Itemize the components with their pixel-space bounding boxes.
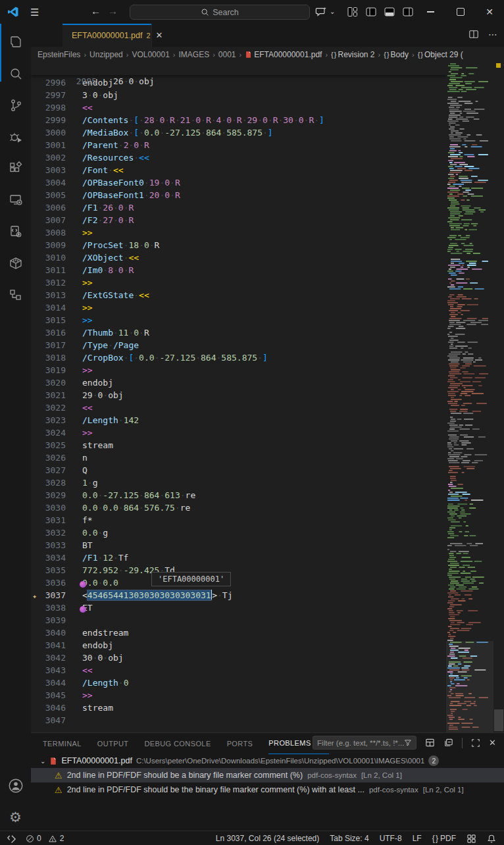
search-input[interactable]: Search bbox=[130, 5, 310, 20]
code-line[interactable]: 30300.0·0.0·864·576.75·re bbox=[31, 501, 190, 514]
code-line[interactable]: 3002/Resources·<< bbox=[31, 151, 149, 164]
code-line[interactable]: 3044/Length·0 bbox=[31, 677, 128, 689]
view-as-table-icon[interactable] bbox=[425, 738, 435, 748]
tab-size-status[interactable]: Tab Size: 4 bbox=[330, 834, 368, 843]
eol-status[interactable]: LF bbox=[413, 834, 422, 843]
code-line[interactable]: 3022<< bbox=[31, 401, 93, 414]
code-line[interactable]: 3011/Im0·8·0·R bbox=[31, 264, 134, 276]
code-line[interactable]: 3043<< bbox=[31, 664, 93, 677]
accounts-icon[interactable] bbox=[0, 773, 31, 799]
notifications-bell-icon[interactable] bbox=[487, 834, 496, 844]
panel-tab-debug-console[interactable]: DEBUG CONSOLE bbox=[144, 733, 211, 754]
close-window-button[interactable]: ✕ bbox=[475, 0, 504, 24]
breadcrumb-item[interactable]: { }Body bbox=[384, 50, 409, 59]
code-line[interactable]: 3005/OPBaseFont1·20·0·R bbox=[31, 189, 180, 201]
code-line[interactable]: 302129·0·obj bbox=[31, 389, 124, 401]
code-line[interactable]: 30290.0·-27.125·864·613·re bbox=[31, 489, 195, 501]
code-line[interactable]: 3025stream bbox=[31, 439, 113, 451]
code-action-sparkle-icon[interactable]: ✦ bbox=[32, 590, 41, 603]
maximize-panel-icon[interactable] bbox=[471, 738, 480, 748]
minimap[interactable] bbox=[446, 62, 493, 732]
code-line[interactable]: 3034/F1·12·Tf bbox=[31, 551, 128, 564]
code-line[interactable]: 3045>> bbox=[31, 689, 93, 702]
code-line[interactable]: 3018/CropBox·[·0.0·-27.125·864·585.875·] bbox=[31, 351, 268, 364]
breadcrumb-item[interactable]: IMAGES bbox=[178, 50, 209, 59]
code-line[interactable]: 2999/Contents·[·28·0·R·21·0·R·4·0·R·29·0… bbox=[31, 114, 324, 126]
code-line[interactable]: 30320.0·g bbox=[31, 526, 108, 539]
breadcrumb-item[interactable]: EFTA00000001.pdf bbox=[245, 50, 322, 59]
code-line[interactable]: 3046stream bbox=[31, 702, 113, 714]
chevron-down-icon[interactable]: ⌄ bbox=[330, 8, 341, 20]
code-line[interactable]: 3023/Length·142 bbox=[31, 414, 139, 426]
code-line[interactable]: 30281·g bbox=[31, 476, 97, 489]
panel-tab-ports[interactable]: PORTS bbox=[227, 733, 253, 754]
panel-tab-terminal[interactable]: TERMINAL bbox=[43, 733, 82, 754]
code-line[interactable]: 3024>> bbox=[31, 426, 93, 439]
run-debug-icon[interactable] bbox=[0, 124, 31, 150]
remote-indicator-icon[interactable] bbox=[7, 834, 16, 844]
forward-arrow-icon[interactable]: → bbox=[108, 5, 118, 16]
panel-tab-output[interactable]: OUTPUT bbox=[97, 733, 129, 754]
more-actions-icon[interactable]: ⋯ bbox=[488, 29, 497, 39]
menu-icon[interactable]: ☰ bbox=[30, 7, 39, 18]
problem-row[interactable]: ⚠2nd line in PDF/FDF should be a binary … bbox=[31, 768, 504, 782]
dev-container-config-icon[interactable] bbox=[0, 218, 31, 245]
code-line[interactable]: 3009/ProcSet·18·0·R bbox=[31, 239, 159, 251]
problem-row[interactable]: ⚠2nd line in PDF/FDF should be the binar… bbox=[31, 782, 504, 797]
code-line[interactable]: 3031f* bbox=[31, 514, 93, 526]
overview-ruler[interactable] bbox=[493, 62, 504, 732]
tab-close-icon[interactable]: ✕ bbox=[156, 30, 163, 40]
breadcrumb-item[interactable]: { }Revision 2 bbox=[331, 50, 374, 59]
code-line[interactable]: 3003/Font·<< bbox=[31, 164, 124, 176]
language-mode-status[interactable]: { } PDF bbox=[432, 834, 456, 843]
chevron-down-icon[interactable]: ⌄ bbox=[40, 757, 45, 765]
remote-explorer-icon[interactable] bbox=[0, 187, 31, 213]
code-line[interactable]: 3004/OPBaseFont0·19·0·R bbox=[31, 176, 180, 189]
problems-filter-input[interactable]: Filter (e.g. text, **/*.ts, !*... bbox=[313, 736, 416, 750]
code-line[interactable]: 3037<454654413030303030303031>·Tj✦ bbox=[31, 589, 232, 602]
editor[interactable]: 299526·0·obj2996endobj29973·0·obj2998<<2… bbox=[31, 62, 446, 732]
close-panel-icon[interactable]: ✕ bbox=[489, 738, 496, 748]
grid-status-icon[interactable] bbox=[466, 834, 476, 844]
code-line[interactable]: 3047 bbox=[31, 714, 82, 727]
breadcrumb-item[interactable]: Unzipped bbox=[89, 50, 123, 59]
copilot-chat-icon[interactable] bbox=[315, 6, 327, 18]
breadcrumb-item[interactable]: 0001 bbox=[218, 50, 236, 59]
encoding-status[interactable]: UTF-8 bbox=[380, 834, 402, 843]
code-line[interactable]: 304230·0·obj bbox=[31, 652, 124, 664]
split-editor-icon[interactable] bbox=[468, 29, 479, 39]
search-view-icon[interactable] bbox=[0, 61, 31, 87]
code-line[interactable]: 3007/F2·27·0·R bbox=[31, 214, 134, 226]
code-line[interactable]: 3027Q bbox=[31, 464, 88, 476]
toggle-secondary-sidebar-icon[interactable] bbox=[402, 6, 414, 18]
code-line[interactable]: 3001/Parent·2·0·R bbox=[31, 139, 149, 151]
code-line[interactable]: 3019>> bbox=[31, 364, 93, 376]
breadcrumb-item[interactable]: VOL00001 bbox=[132, 50, 169, 59]
code-line[interactable]: 3000/MediaBox·[·0.0·-27.125·864·585.875·… bbox=[31, 126, 273, 139]
code-line[interactable]: 3013/ExtGState·<< bbox=[31, 289, 149, 301]
collapse-all-icon[interactable] bbox=[443, 738, 453, 748]
tab-efta00000001-pdf[interactable]: EFTA00000001.pdf 2 ✕ bbox=[63, 24, 152, 47]
code-line[interactable]: 3039 bbox=[31, 614, 82, 627]
code-line[interactable]: 3041endobj bbox=[31, 639, 113, 652]
editor-layout-icon[interactable] bbox=[347, 6, 359, 18]
minimize-button[interactable] bbox=[416, 0, 445, 24]
toggle-sidebar-icon[interactable] bbox=[365, 6, 377, 18]
sticky-scroll-line[interactable]: 298526·0·obj bbox=[31, 62, 446, 75]
code-line[interactable]: 3026n bbox=[31, 451, 88, 464]
minimap-slider[interactable] bbox=[446, 641, 493, 732]
code-line[interactable]: 30360.0·0.0 bbox=[31, 576, 118, 589]
code-line[interactable]: 3020endobj bbox=[31, 376, 113, 389]
cursor-position-status[interactable]: Ln 3037, Col 26 (24 selected) bbox=[216, 834, 319, 843]
hierarchy-icon[interactable] bbox=[0, 282, 31, 308]
breadcrumb-item[interactable]: EpsteinFiles bbox=[38, 50, 80, 59]
code-line[interactable]: 3012>> bbox=[31, 276, 93, 289]
scrollbar-slider[interactable] bbox=[494, 709, 503, 731]
code-line[interactable]: 3016/Thumb·11·0·R bbox=[31, 326, 149, 339]
code-line[interactable]: 3033BT bbox=[31, 539, 93, 551]
code-line[interactable]: 3008>> bbox=[31, 226, 93, 239]
toggle-panel-icon[interactable] bbox=[384, 6, 395, 18]
source-control-icon[interactable] bbox=[0, 92, 31, 118]
code-line[interactable]: 3010/XObject·<< bbox=[31, 251, 139, 264]
docker-container-icon[interactable] bbox=[0, 250, 31, 276]
